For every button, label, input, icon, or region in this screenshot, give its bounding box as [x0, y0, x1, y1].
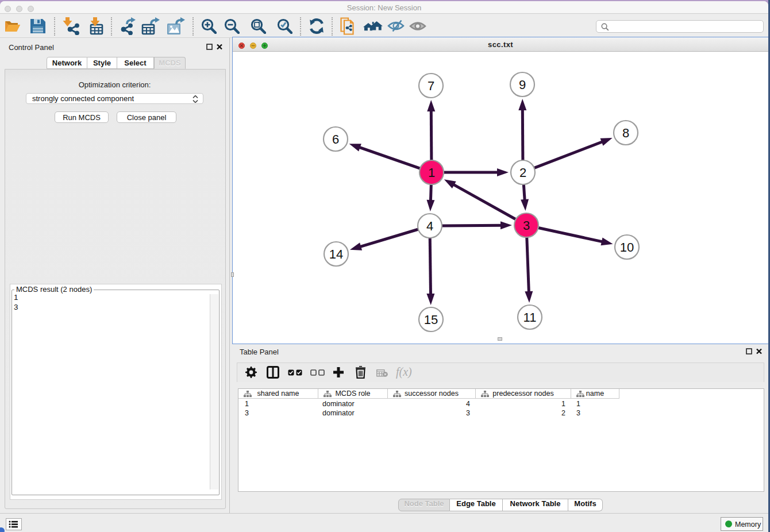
svg-text:7: 7: [428, 79, 434, 93]
svg-text:Memory: Memory: [735, 521, 761, 529]
svg-text:9: 9: [519, 78, 526, 92]
svg-text:1: 1: [428, 165, 435, 180]
svg-text:3: 3: [523, 218, 530, 233]
svg-text:11: 11: [523, 310, 537, 325]
svg-text:8: 8: [622, 126, 629, 140]
svg-text:4: 4: [426, 219, 433, 233]
svg-text:15: 15: [424, 313, 438, 327]
svg-text:6: 6: [332, 132, 339, 147]
svg-text:2: 2: [519, 165, 526, 180]
svg-text:10: 10: [620, 240, 634, 255]
svg-text:14: 14: [329, 247, 343, 261]
